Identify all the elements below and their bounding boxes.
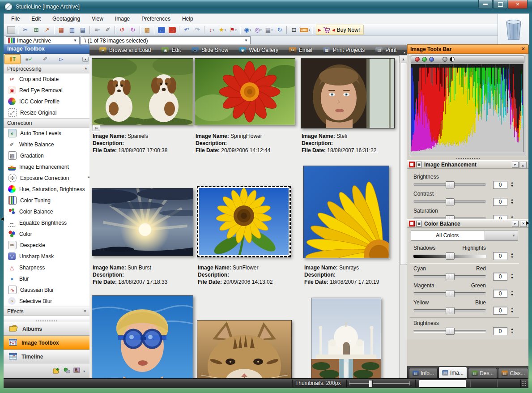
- slider-spinner[interactable]: ▲▼: [509, 252, 515, 260]
- spin-down-icon[interactable]: ▼: [511, 184, 514, 188]
- content-nav-print[interactable]: ▤Print: [371, 45, 401, 56]
- sidebar-item-icc-color-profile[interactable]: ICC Color Profile: [4, 96, 89, 107]
- sidebar-item-gaussian-blur[interactable]: ∿Gaussian Blur: [4, 284, 89, 295]
- sidebar-item-gradation[interactable]: ▨Gradation: [4, 150, 89, 161]
- breadcrumb[interactable]: \ (1 of 78 images selected) ▼: [81, 36, 251, 45]
- sidebar-item-blur[interactable]: ●Blur: [4, 273, 89, 284]
- slider-thumb[interactable]: [446, 290, 455, 297]
- sidebar-exit-tab[interactable]: ▻: [54, 55, 69, 64]
- scroll-up-icon[interactable]: ▲: [84, 66, 88, 70]
- slider-spinner[interactable]: ▲▼: [509, 306, 515, 314]
- dropdown-icon[interactable]: ▾: [83, 369, 85, 373]
- sidebar-tab-dropdown-icon[interactable]: ▾: [82, 57, 89, 62]
- toolbar-button-copy[interactable]: ⊞: [31, 25, 41, 34]
- tab-ima[interactable]: ▤Ima...: [438, 367, 467, 378]
- resize-grip[interactable]: [521, 381, 527, 387]
- menu-edit[interactable]: Edit: [30, 15, 42, 23]
- green-channel-dot[interactable]: [422, 57, 427, 62]
- sidebar-item-auto-tone-levels[interactable]: ◐Auto Tone Levels: [4, 128, 89, 139]
- new-folder-icon[interactable]: [53, 367, 60, 375]
- scroll-down-icon[interactable]: ▼: [83, 309, 89, 313]
- thumbnail[interactable]: [197, 320, 292, 378]
- slider-cyan-red[interactable]: [413, 275, 486, 278]
- toolbar-button-print[interactable]: ▤▾: [264, 25, 274, 34]
- toolbar-button-redo[interactable]: ↷: [192, 25, 202, 34]
- panel-close-icon[interactable]: ✕: [520, 221, 527, 227]
- sidebar-item-color-tuning[interactable]: Color Tuning: [4, 195, 89, 206]
- menu-preferences[interactable]: Preferences: [140, 15, 171, 23]
- spin-up-icon[interactable]: ▲: [511, 215, 514, 218]
- archive-selector[interactable]: Image Archive ▼: [6, 36, 80, 45]
- gray-channel-dot[interactable]: [443, 57, 447, 62]
- sidebar-item-unsharp-mask[interactable]: ▽Unsharp Mask: [4, 251, 89, 262]
- content-nav-slide-show[interactable]: ▭Slide Show: [187, 45, 233, 56]
- content-nav-browse-and-load[interactable]: ➥Browse and Load: [95, 45, 155, 56]
- toolbar-button-sort[interactable]: ↕▾: [207, 25, 217, 34]
- sidebar-item-hue-saturation-brightness[interactable]: Hue, Saturation, Brightness: [4, 184, 89, 195]
- tab-clas[interactable]: ▤Clas...: [498, 368, 528, 378]
- sidebar-item-selective-blur[interactable]: ◔Selective Blur: [4, 295, 89, 307]
- slider-thumb[interactable]: [446, 328, 455, 335]
- menu-geotagging[interactable]: Geotagging: [51, 15, 81, 23]
- sidebar-nav-timeline[interactable]: Timeline: [4, 350, 89, 363]
- toolbar-button-adjust[interactable]: ≡▾: [92, 25, 102, 34]
- spin-down-icon[interactable]: ▼: [511, 256, 514, 259]
- panel-dock-icon[interactable]: ▣: [416, 221, 422, 226]
- all-colors-select[interactable]: All Colors▼: [411, 230, 518, 241]
- sidebar-nav-image-toolbox[interactable]: Image Toolbox: [4, 336, 89, 350]
- toolbar-button-blank[interactable]: [6, 25, 16, 34]
- toolbar-button-rotate-left[interactable]: ↺: [117, 25, 127, 34]
- collapse-right-arrow-icon[interactable]: ▶: [526, 220, 530, 225]
- panel-red-icon[interactable]: [409, 221, 415, 226]
- toolbar-button-select-thumbnails[interactable]: ▩: [142, 25, 152, 34]
- sidebar-item-equalize-brightness[interactable]: ↔Equalize Brightness: [4, 217, 89, 228]
- spin-up-icon[interactable]: ▲: [511, 273, 514, 276]
- luma-channel-dot[interactable]: [450, 57, 455, 62]
- tab-des[interactable]: ▤Des...: [468, 368, 497, 378]
- thumbnail-springflower[interactable]: [195, 58, 295, 125]
- toolbar-button-navigate-forward[interactable]: →: [167, 25, 177, 34]
- toolbar-button-rating-stars[interactable]: ★▾: [217, 25, 227, 34]
- tools-bar-header[interactable]: Image Tools Bar ✕: [407, 44, 528, 54]
- toolbar-button-sync[interactable]: ↻: [275, 25, 285, 34]
- slider-thumb[interactable]: [446, 181, 455, 188]
- slider-thumb[interactable]: [446, 198, 455, 205]
- gear-icon[interactable]: [63, 367, 70, 375]
- sidebar-item-color[interactable]: Color: [4, 228, 89, 239]
- slider-contrast[interactable]: [413, 201, 486, 203]
- scrollbar-thumb[interactable]: [400, 63, 407, 265]
- content-nav-edit[interactable]: ▣Edit: [157, 45, 185, 56]
- panel-expand-icon[interactable]: ▸: [512, 221, 519, 227]
- sidebar-colorpicker-tab[interactable]: ✐: [38, 55, 53, 64]
- thumbnail-size-slider[interactable]: [349, 383, 410, 384]
- slider-spinner[interactable]: ▲▼: [509, 327, 515, 335]
- thumbnail-sunrays[interactable]: [303, 166, 389, 258]
- slider-spinner[interactable]: ▲▼: [509, 180, 515, 188]
- thumbnail-spaniels[interactable]: [92, 58, 193, 125]
- toolbar-button-rename-abc[interactable]: ABC▾: [300, 25, 310, 34]
- panel-scroll-up-icon[interactable]: ▲: [519, 162, 527, 169]
- sidebar-item-exposure-correction[interactable]: ✣Exposure Correction: [4, 172, 89, 184]
- toolbar-button-navigate-back[interactable]: ←: [157, 25, 166, 34]
- spin-up-icon[interactable]: ▲: [511, 198, 514, 201]
- spin-up-icon[interactable]: ▲: [511, 181, 514, 184]
- maximize-button[interactable]: [493, 0, 507, 9]
- tab-info[interactable]: ▤Info...: [409, 368, 438, 378]
- thumbnail-sun-burst[interactable]: [92, 188, 193, 256]
- thumbnail-sunflower[interactable]: [197, 186, 291, 257]
- toolbar-button-undo[interactable]: ↶: [182, 25, 192, 34]
- buy-now-button[interactable]: ▶◀Buy Now!: [316, 25, 364, 35]
- toolbar-button-image-list-view[interactable]: ▥: [67, 25, 77, 34]
- toolbar-button-monitor[interactable]: ⊡: [289, 25, 299, 34]
- sidebar-item-despeckle[interactable]: ✏Despeckle: [4, 239, 89, 251]
- slider-spinner[interactable]: ▲▼: [509, 272, 515, 280]
- trash-can-icon[interactable]: [504, 18, 523, 41]
- slider-knob[interactable]: [369, 380, 373, 387]
- minimize-button[interactable]: [478, 0, 493, 9]
- sidebar-item-image-enhancement[interactable]: ☀Image Enhancement: [4, 161, 89, 172]
- toolbar-button-paste[interactable]: ↗: [42, 25, 52, 34]
- slider-thumb[interactable]: [446, 307, 455, 314]
- close-button[interactable]: ✕: [508, 0, 528, 9]
- spin-down-icon[interactable]: ▼: [511, 331, 514, 334]
- sidebar-toolbox-tab[interactable]: ▮T: [4, 54, 21, 64]
